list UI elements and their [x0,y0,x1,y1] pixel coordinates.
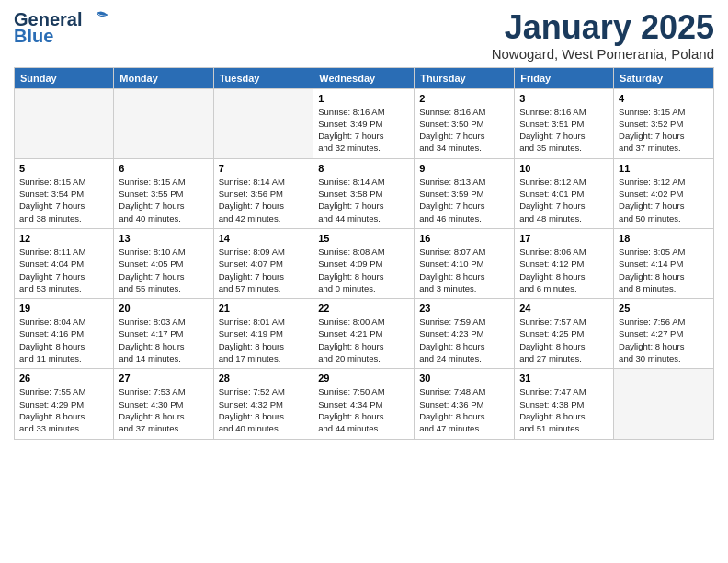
day-cell-w4-d5: 23Sunrise: 7:59 AM Sunset: 4:23 PM Dayli… [415,299,515,369]
day-cell-w3-d1: 12Sunrise: 8:11 AM Sunset: 4:04 PM Dayli… [15,228,114,298]
day-number: 21 [219,303,309,314]
header-thursday: Thursday [415,67,515,88]
day-info: Sunrise: 8:09 AM Sunset: 4:07 PM Dayligh… [219,246,309,294]
day-cell-w3-d3: 14Sunrise: 8:09 AM Sunset: 4:07 PM Dayli… [213,228,313,298]
week-row-4: 19Sunrise: 8:04 AM Sunset: 4:16 PM Dayli… [15,299,714,369]
day-info: Sunrise: 7:47 AM Sunset: 4:38 PM Dayligh… [519,385,609,434]
day-info: Sunrise: 7:50 AM Sunset: 4:34 PM Dayligh… [318,385,409,434]
day-number: 5 [19,163,108,174]
day-info: Sunrise: 8:12 AM Sunset: 4:02 PM Dayligh… [619,176,709,224]
day-cell-w1-d5: 2Sunrise: 8:16 AM Sunset: 3:50 PM Daylig… [415,88,515,158]
month-title: January 2025 [492,9,714,46]
day-cell-w5-d2: 27Sunrise: 7:53 AM Sunset: 4:30 PM Dayli… [114,369,213,439]
day-number: 15 [318,233,409,244]
day-info: Sunrise: 7:48 AM Sunset: 4:36 PM Dayligh… [419,385,509,434]
day-info: Sunrise: 8:00 AM Sunset: 4:21 PM Dayligh… [318,316,409,364]
day-info: Sunrise: 7:57 AM Sunset: 4:25 PM Dayligh… [519,316,609,364]
day-cell-w4-d2: 20Sunrise: 8:03 AM Sunset: 4:17 PM Dayli… [114,299,213,369]
day-cell-w2-d5: 9Sunrise: 8:13 AM Sunset: 3:59 PM Daylig… [415,158,515,228]
day-number: 7 [219,163,309,174]
day-info: Sunrise: 7:52 AM Sunset: 4:32 PM Dayligh… [219,385,309,434]
day-number: 26 [19,373,108,384]
day-info: Sunrise: 8:10 AM Sunset: 4:05 PM Dayligh… [119,246,208,294]
day-number: 3 [519,93,609,104]
day-info: Sunrise: 8:15 AM Sunset: 3:55 PM Dayligh… [119,176,208,224]
day-number: 11 [619,163,709,174]
weekday-header-row: Sunday Monday Tuesday Wednesday Thursday… [15,67,714,88]
day-info: Sunrise: 7:59 AM Sunset: 4:23 PM Dayligh… [419,316,509,364]
day-info: Sunrise: 8:16 AM Sunset: 3:50 PM Dayligh… [419,106,509,155]
day-number: 2 [419,93,509,104]
page-container: General Blue January 2025 Nowogard, West… [0,0,728,449]
day-number: 24 [519,303,609,314]
day-cell-w4-d7: 25Sunrise: 7:56 AM Sunset: 4:27 PM Dayli… [614,299,714,369]
day-info: Sunrise: 7:55 AM Sunset: 4:29 PM Dayligh… [19,385,108,434]
week-row-3: 12Sunrise: 8:11 AM Sunset: 4:04 PM Dayli… [15,228,714,298]
day-cell-w3-d2: 13Sunrise: 8:10 AM Sunset: 4:05 PM Dayli… [114,228,213,298]
day-info: Sunrise: 8:16 AM Sunset: 3:51 PM Dayligh… [519,106,609,155]
day-number: 31 [519,373,609,384]
day-info: Sunrise: 7:53 AM Sunset: 4:30 PM Dayligh… [119,385,208,434]
calendar-table: Sunday Monday Tuesday Wednesday Thursday… [14,67,714,440]
day-number: 8 [318,163,409,174]
header-friday: Friday [515,67,614,88]
day-cell-w5-d1: 26Sunrise: 7:55 AM Sunset: 4:29 PM Dayli… [15,369,114,439]
day-number: 10 [519,163,609,174]
day-cell-w2-d3: 7Sunrise: 8:14 AM Sunset: 3:56 PM Daylig… [213,158,313,228]
day-number: 13 [119,233,208,244]
day-number: 4 [619,93,709,104]
day-info: Sunrise: 7:56 AM Sunset: 4:27 PM Dayligh… [619,316,709,364]
day-cell-w2-d7: 11Sunrise: 8:12 AM Sunset: 4:02 PM Dayli… [614,158,714,228]
calendar-body: 1Sunrise: 8:16 AM Sunset: 3:49 PM Daylig… [15,88,714,439]
day-cell-w3-d7: 18Sunrise: 8:05 AM Sunset: 4:14 PM Dayli… [614,228,714,298]
day-cell-w2-d1: 5Sunrise: 8:15 AM Sunset: 3:54 PM Daylig… [15,158,114,228]
logo-blue: Blue [14,26,53,47]
day-cell-w4-d1: 19Sunrise: 8:04 AM Sunset: 4:16 PM Dayli… [15,299,114,369]
header-tuesday: Tuesday [213,67,313,88]
day-number: 29 [318,373,409,384]
header-sunday: Sunday [15,67,114,88]
day-number: 22 [318,303,409,314]
day-number: 25 [619,303,709,314]
day-number: 30 [419,373,509,384]
day-info: Sunrise: 8:01 AM Sunset: 4:19 PM Dayligh… [219,316,309,364]
day-cell-w2-d4: 8Sunrise: 8:14 AM Sunset: 3:58 PM Daylig… [313,158,415,228]
day-number: 27 [119,373,208,384]
day-cell-w1-d1 [15,88,114,158]
day-cell-w3-d5: 16Sunrise: 8:07 AM Sunset: 4:10 PM Dayli… [415,228,515,298]
day-number: 6 [119,163,208,174]
week-row-2: 5Sunrise: 8:15 AM Sunset: 3:54 PM Daylig… [15,158,714,228]
day-cell-w5-d3: 28Sunrise: 7:52 AM Sunset: 4:32 PM Dayli… [213,369,313,439]
day-number: 18 [619,233,709,244]
day-cell-w3-d4: 15Sunrise: 8:08 AM Sunset: 4:09 PM Dayli… [313,228,415,298]
day-number: 28 [219,373,309,384]
day-number: 20 [119,303,208,314]
header-monday: Monday [114,67,213,88]
header-saturday: Saturday [614,67,714,88]
logo-bird-icon [84,9,109,29]
day-info: Sunrise: 8:13 AM Sunset: 3:59 PM Dayligh… [419,176,509,224]
week-row-5: 26Sunrise: 7:55 AM Sunset: 4:29 PM Dayli… [15,369,714,439]
day-info: Sunrise: 8:12 AM Sunset: 4:01 PM Dayligh… [519,176,609,224]
day-cell-w4-d6: 24Sunrise: 7:57 AM Sunset: 4:25 PM Dayli… [515,299,614,369]
day-cell-w1-d2 [114,88,213,158]
day-number: 16 [419,233,509,244]
day-cell-w2-d2: 6Sunrise: 8:15 AM Sunset: 3:55 PM Daylig… [114,158,213,228]
day-info: Sunrise: 8:15 AM Sunset: 3:54 PM Dayligh… [19,176,108,224]
day-cell-w1-d6: 3Sunrise: 8:16 AM Sunset: 3:51 PM Daylig… [515,88,614,158]
header-wednesday: Wednesday [313,67,415,88]
day-cell-w5-d5: 30Sunrise: 7:48 AM Sunset: 4:36 PM Dayli… [415,369,515,439]
day-info: Sunrise: 8:11 AM Sunset: 4:04 PM Dayligh… [19,246,108,294]
day-cell-w3-d6: 17Sunrise: 8:06 AM Sunset: 4:12 PM Dayli… [515,228,614,298]
title-area: January 2025 Nowogard, West Pomerania, P… [492,9,714,62]
day-info: Sunrise: 8:03 AM Sunset: 4:17 PM Dayligh… [119,316,208,364]
day-cell-w5-d6: 31Sunrise: 7:47 AM Sunset: 4:38 PM Dayli… [515,369,614,439]
day-number: 19 [19,303,108,314]
day-number: 14 [219,233,309,244]
day-cell-w4-d3: 21Sunrise: 8:01 AM Sunset: 4:19 PM Dayli… [213,299,313,369]
day-cell-w1-d7: 4Sunrise: 8:15 AM Sunset: 3:52 PM Daylig… [614,88,714,158]
day-number: 12 [19,233,108,244]
day-info: Sunrise: 8:08 AM Sunset: 4:09 PM Dayligh… [318,246,409,294]
day-info: Sunrise: 8:14 AM Sunset: 3:56 PM Dayligh… [219,176,309,224]
day-cell-w4-d4: 22Sunrise: 8:00 AM Sunset: 4:21 PM Dayli… [313,299,415,369]
